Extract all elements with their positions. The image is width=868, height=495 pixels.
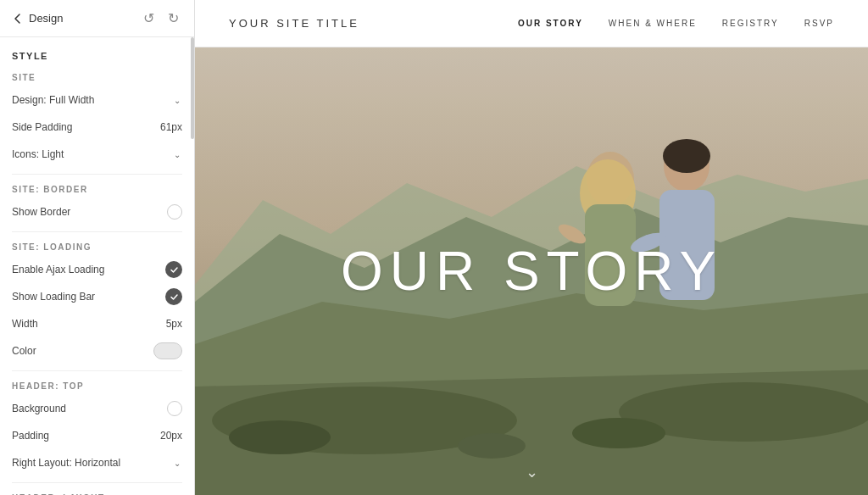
checkmark-icon <box>170 265 179 275</box>
show-loading-bar-label: Show Loading Bar <box>12 291 95 303</box>
panel-title: STYLE <box>12 51 182 61</box>
section-border-label: SITE: BORDER <box>12 185 182 194</box>
undo-icon: ↺ <box>143 11 154 25</box>
show-border-label: Show Border <box>12 206 70 218</box>
width-label: Width <box>12 318 38 330</box>
divider-1 <box>12 174 182 175</box>
side-padding-value: 61px <box>160 121 182 133</box>
nav-link-rsvp[interactable]: RSVP <box>804 19 834 28</box>
show-border-row: Show Border <box>12 203 182 221</box>
width-row: Width 5px <box>12 314 182 333</box>
nav-link-our-story[interactable]: OUR STORY <box>518 19 583 28</box>
right-layout-row: Right Layout: Horizontal ⌄ <box>12 453 182 472</box>
site-title: YOUR SITE TITLE <box>229 17 518 30</box>
site-preview: YOUR SITE TITLE OUR STORY WHEN & WHERE R… <box>195 0 868 495</box>
icons-label: Icons: Light <box>12 148 64 160</box>
divider-3 <box>12 370 182 371</box>
design-chevron-icon[interactable]: ⌄ <box>172 95 182 105</box>
side-padding-row: Side Padding 61px <box>12 118 182 136</box>
side-padding-label: Side Padding <box>12 121 72 133</box>
header-background-row: Background <box>12 399 182 418</box>
section-site-label: SITE <box>12 73 182 82</box>
back-button[interactable]: Design <box>12 12 63 25</box>
enable-ajax-row: Enable Ajax Loading <box>12 260 182 279</box>
scroll-thumb <box>191 37 194 139</box>
redo-icon: ↻ <box>168 11 179 25</box>
design-row: Design: Full Width ⌄ <box>12 91 182 109</box>
enable-ajax-label: Enable Ajax Loading <box>12 264 104 275</box>
style-panel: Design ↺ ↻ STYLE SITE Design: Full Width… <box>0 0 195 495</box>
color-label: Color <box>12 345 36 357</box>
width-value: 5px <box>166 318 182 330</box>
enable-ajax-check[interactable] <box>165 261 182 278</box>
undo-button[interactable]: ↺ <box>140 10 158 27</box>
panel-content: STYLE SITE Design: Full Width ⌄ Side Pad… <box>0 37 194 495</box>
divider-2 <box>12 231 182 232</box>
back-label: Design <box>29 12 63 25</box>
header-background-radio[interactable] <box>167 401 182 416</box>
back-arrow-icon <box>12 13 24 25</box>
redo-button[interactable]: ↻ <box>164 10 182 27</box>
color-swatch[interactable] <box>153 342 182 359</box>
header-padding-label: Padding <box>12 430 49 442</box>
icons-row: Icons: Light ⌄ <box>12 145 182 164</box>
hero-section: OUR STORY ⌄ <box>195 47 868 495</box>
site-nav-links: OUR STORY WHEN & WHERE REGISTRY RSVP <box>518 19 834 28</box>
show-border-radio[interactable] <box>167 204 182 220</box>
right-layout-label: Right Layout: Horizontal <box>12 457 120 469</box>
color-row: Color <box>12 342 182 360</box>
header-padding-value: 20px <box>160 430 182 442</box>
show-loading-bar-row: Show Loading Bar <box>12 287 182 306</box>
show-loading-bar-check[interactable] <box>165 288 182 305</box>
nav-link-when-where[interactable]: WHEN & WHERE <box>609 19 697 28</box>
design-label: Design: Full Width <box>12 94 94 106</box>
section-loading-label: SITE: LOADING <box>12 242 182 252</box>
section-header-top-label: HEADER: TOP <box>12 381 182 391</box>
site-navigation: YOUR SITE TITLE OUR STORY WHEN & WHERE R… <box>195 0 868 47</box>
undo-redo-group: ↺ ↻ <box>140 10 182 27</box>
top-bar: Design ↺ ↻ <box>0 0 194 37</box>
right-layout-chevron-icon[interactable]: ⌄ <box>172 458 182 468</box>
scroll-indicator[interactable]: ⌄ <box>526 463 538 481</box>
hero-title: OUR STORY <box>195 240 868 303</box>
hero-text-container: OUR STORY <box>195 240 868 303</box>
nav-link-registry[interactable]: REGISTRY <box>722 19 779 28</box>
icons-chevron-icon[interactable]: ⌄ <box>172 149 182 159</box>
checkmark-icon-2 <box>170 292 179 302</box>
divider-4 <box>12 482 182 483</box>
header-padding-row: Padding 20px <box>12 426 182 445</box>
header-background-label: Background <box>12 403 66 414</box>
